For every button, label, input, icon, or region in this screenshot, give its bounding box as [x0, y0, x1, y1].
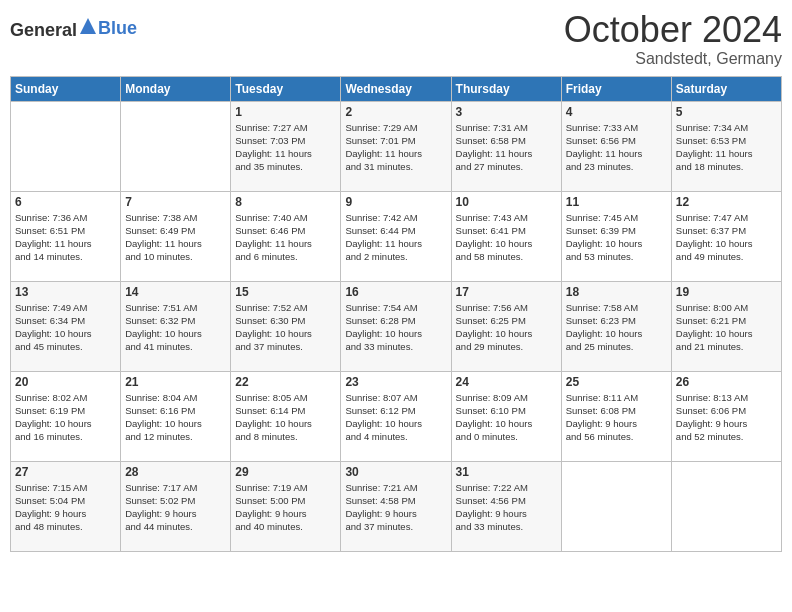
calendar-cell: 1Sunrise: 7:27 AM Sunset: 7:03 PM Daylig… — [231, 101, 341, 191]
day-info: Sunrise: 7:29 AM Sunset: 7:01 PM Dayligh… — [345, 121, 446, 174]
day-info: Sunrise: 7:45 AM Sunset: 6:39 PM Dayligh… — [566, 211, 667, 264]
calendar-cell: 13Sunrise: 7:49 AM Sunset: 6:34 PM Dayli… — [11, 281, 121, 371]
day-info: Sunrise: 7:21 AM Sunset: 4:58 PM Dayligh… — [345, 481, 446, 534]
calendar-cell: 23Sunrise: 8:07 AM Sunset: 6:12 PM Dayli… — [341, 371, 451, 461]
day-info: Sunrise: 7:22 AM Sunset: 4:56 PM Dayligh… — [456, 481, 557, 534]
day-number: 24 — [456, 375, 557, 389]
day-info: Sunrise: 8:04 AM Sunset: 6:16 PM Dayligh… — [125, 391, 226, 444]
day-number: 8 — [235, 195, 336, 209]
day-info: Sunrise: 8:11 AM Sunset: 6:08 PM Dayligh… — [566, 391, 667, 444]
calendar-cell: 20Sunrise: 8:02 AM Sunset: 6:19 PM Dayli… — [11, 371, 121, 461]
calendar-body: 1Sunrise: 7:27 AM Sunset: 7:03 PM Daylig… — [11, 101, 782, 551]
calendar-cell: 19Sunrise: 8:00 AM Sunset: 6:21 PM Dayli… — [671, 281, 781, 371]
day-info: Sunrise: 7:51 AM Sunset: 6:32 PM Dayligh… — [125, 301, 226, 354]
day-number: 18 — [566, 285, 667, 299]
calendar-cell: 12Sunrise: 7:47 AM Sunset: 6:37 PM Dayli… — [671, 191, 781, 281]
weekday-row: SundayMondayTuesdayWednesdayThursdayFrid… — [11, 76, 782, 101]
day-number: 12 — [676, 195, 777, 209]
day-number: 21 — [125, 375, 226, 389]
day-info: Sunrise: 7:36 AM Sunset: 6:51 PM Dayligh… — [15, 211, 116, 264]
calendar-cell: 10Sunrise: 7:43 AM Sunset: 6:41 PM Dayli… — [451, 191, 561, 281]
calendar-week-2: 6Sunrise: 7:36 AM Sunset: 6:51 PM Daylig… — [11, 191, 782, 281]
calendar-week-4: 20Sunrise: 8:02 AM Sunset: 6:19 PM Dayli… — [11, 371, 782, 461]
day-number: 22 — [235, 375, 336, 389]
calendar-cell: 2Sunrise: 7:29 AM Sunset: 7:01 PM Daylig… — [341, 101, 451, 191]
logo-blue: Blue — [98, 18, 137, 39]
calendar-cell: 22Sunrise: 8:05 AM Sunset: 6:14 PM Dayli… — [231, 371, 341, 461]
title-block: October 2024 Sandstedt, Germany — [564, 10, 782, 68]
day-info: Sunrise: 7:38 AM Sunset: 6:49 PM Dayligh… — [125, 211, 226, 264]
day-info: Sunrise: 8:09 AM Sunset: 6:10 PM Dayligh… — [456, 391, 557, 444]
weekday-header-monday: Monday — [121, 76, 231, 101]
day-info: Sunrise: 7:58 AM Sunset: 6:23 PM Dayligh… — [566, 301, 667, 354]
weekday-header-thursday: Thursday — [451, 76, 561, 101]
calendar-cell: 6Sunrise: 7:36 AM Sunset: 6:51 PM Daylig… — [11, 191, 121, 281]
day-number: 4 — [566, 105, 667, 119]
calendar-cell — [121, 101, 231, 191]
calendar-week-5: 27Sunrise: 7:15 AM Sunset: 5:04 PM Dayli… — [11, 461, 782, 551]
logo: General Blue — [10, 16, 137, 41]
day-number: 28 — [125, 465, 226, 479]
calendar-week-3: 13Sunrise: 7:49 AM Sunset: 6:34 PM Dayli… — [11, 281, 782, 371]
day-info: Sunrise: 7:49 AM Sunset: 6:34 PM Dayligh… — [15, 301, 116, 354]
day-number: 14 — [125, 285, 226, 299]
day-number: 25 — [566, 375, 667, 389]
page-header: General Blue October 2024 Sandstedt, Ger… — [10, 10, 782, 68]
month-title: October 2024 — [564, 10, 782, 50]
logo-icon — [78, 16, 98, 36]
calendar-cell: 9Sunrise: 7:42 AM Sunset: 6:44 PM Daylig… — [341, 191, 451, 281]
weekday-header-sunday: Sunday — [11, 76, 121, 101]
calendar-cell: 17Sunrise: 7:56 AM Sunset: 6:25 PM Dayli… — [451, 281, 561, 371]
day-number: 5 — [676, 105, 777, 119]
day-info: Sunrise: 8:13 AM Sunset: 6:06 PM Dayligh… — [676, 391, 777, 444]
day-number: 6 — [15, 195, 116, 209]
day-info: Sunrise: 8:05 AM Sunset: 6:14 PM Dayligh… — [235, 391, 336, 444]
day-info: Sunrise: 7:56 AM Sunset: 6:25 PM Dayligh… — [456, 301, 557, 354]
calendar-table: SundayMondayTuesdayWednesdayThursdayFrid… — [10, 76, 782, 552]
day-info: Sunrise: 7:40 AM Sunset: 6:46 PM Dayligh… — [235, 211, 336, 264]
day-number: 9 — [345, 195, 446, 209]
calendar-cell — [561, 461, 671, 551]
calendar-header: SundayMondayTuesdayWednesdayThursdayFrid… — [11, 76, 782, 101]
day-number: 23 — [345, 375, 446, 389]
weekday-header-friday: Friday — [561, 76, 671, 101]
day-number: 13 — [15, 285, 116, 299]
calendar-week-1: 1Sunrise: 7:27 AM Sunset: 7:03 PM Daylig… — [11, 101, 782, 191]
calendar-cell: 18Sunrise: 7:58 AM Sunset: 6:23 PM Dayli… — [561, 281, 671, 371]
weekday-header-saturday: Saturday — [671, 76, 781, 101]
calendar-cell: 4Sunrise: 7:33 AM Sunset: 6:56 PM Daylig… — [561, 101, 671, 191]
day-number: 7 — [125, 195, 226, 209]
calendar-cell: 30Sunrise: 7:21 AM Sunset: 4:58 PM Dayli… — [341, 461, 451, 551]
day-number: 11 — [566, 195, 667, 209]
calendar-cell: 28Sunrise: 7:17 AM Sunset: 5:02 PM Dayli… — [121, 461, 231, 551]
day-number: 19 — [676, 285, 777, 299]
weekday-header-wednesday: Wednesday — [341, 76, 451, 101]
day-info: Sunrise: 7:33 AM Sunset: 6:56 PM Dayligh… — [566, 121, 667, 174]
calendar-cell: 31Sunrise: 7:22 AM Sunset: 4:56 PM Dayli… — [451, 461, 561, 551]
calendar-cell: 14Sunrise: 7:51 AM Sunset: 6:32 PM Dayli… — [121, 281, 231, 371]
weekday-header-tuesday: Tuesday — [231, 76, 341, 101]
day-number: 16 — [345, 285, 446, 299]
day-number: 26 — [676, 375, 777, 389]
calendar-cell: 15Sunrise: 7:52 AM Sunset: 6:30 PM Dayli… — [231, 281, 341, 371]
day-number: 20 — [15, 375, 116, 389]
calendar-cell: 8Sunrise: 7:40 AM Sunset: 6:46 PM Daylig… — [231, 191, 341, 281]
day-info: Sunrise: 7:34 AM Sunset: 6:53 PM Dayligh… — [676, 121, 777, 174]
day-info: Sunrise: 7:47 AM Sunset: 6:37 PM Dayligh… — [676, 211, 777, 264]
calendar-cell: 25Sunrise: 8:11 AM Sunset: 6:08 PM Dayli… — [561, 371, 671, 461]
day-number: 17 — [456, 285, 557, 299]
day-info: Sunrise: 7:31 AM Sunset: 6:58 PM Dayligh… — [456, 121, 557, 174]
calendar-cell: 7Sunrise: 7:38 AM Sunset: 6:49 PM Daylig… — [121, 191, 231, 281]
calendar-cell: 29Sunrise: 7:19 AM Sunset: 5:00 PM Dayli… — [231, 461, 341, 551]
day-number: 2 — [345, 105, 446, 119]
day-number: 29 — [235, 465, 336, 479]
day-number: 10 — [456, 195, 557, 209]
day-number: 27 — [15, 465, 116, 479]
calendar-cell: 3Sunrise: 7:31 AM Sunset: 6:58 PM Daylig… — [451, 101, 561, 191]
day-info: Sunrise: 7:52 AM Sunset: 6:30 PM Dayligh… — [235, 301, 336, 354]
svg-marker-0 — [80, 18, 96, 34]
calendar-cell: 24Sunrise: 8:09 AM Sunset: 6:10 PM Dayli… — [451, 371, 561, 461]
calendar-cell: 16Sunrise: 7:54 AM Sunset: 6:28 PM Dayli… — [341, 281, 451, 371]
calendar-cell — [11, 101, 121, 191]
day-info: Sunrise: 7:19 AM Sunset: 5:00 PM Dayligh… — [235, 481, 336, 534]
